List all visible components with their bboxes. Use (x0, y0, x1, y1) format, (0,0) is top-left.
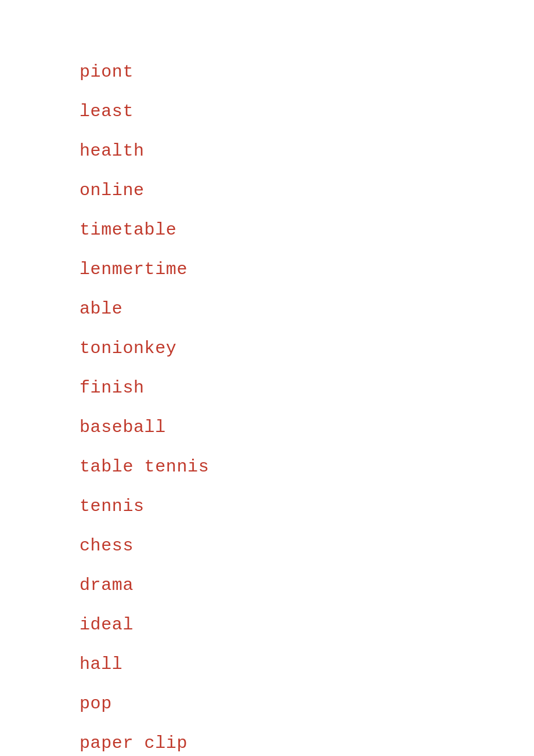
list-item: pop (80, 684, 534, 723)
list-item: paper clip (80, 723, 534, 756)
list-item: timetable (80, 210, 534, 250)
list-item: table tennis (80, 447, 534, 487)
list-item: health (80, 131, 534, 171)
list-item: tonionkey (80, 329, 534, 368)
list-item: drama (80, 566, 534, 605)
list-item: chess (80, 526, 534, 566)
list-item: online (80, 171, 534, 210)
list-item: baseball (80, 408, 534, 447)
list-item: tennis (80, 487, 534, 526)
list-item: finish (80, 368, 534, 408)
list-item: lenmertime (80, 250, 534, 289)
list-item: piont (80, 52, 534, 92)
list-item: able (80, 289, 534, 329)
list-item: hall (80, 645, 534, 684)
list-item: ideal (80, 605, 534, 645)
word-list: piontleasthealthonlinetimetablelenmertim… (0, 0, 534, 756)
list-item: least (80, 92, 534, 131)
